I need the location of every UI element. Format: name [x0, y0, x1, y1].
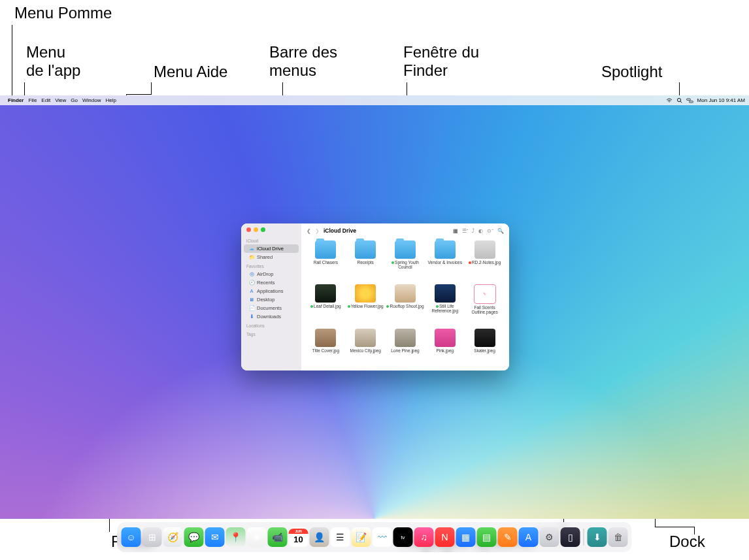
dock-reminders-icon[interactable]: ☰: [331, 527, 350, 547]
file-grid: Rail ChasersReceiptsSpring Youth Council…: [301, 238, 509, 371]
dock-calendar-icon[interactable]: JUN10: [289, 527, 308, 547]
folder-icon: [395, 240, 416, 259]
menu-bar: FinderFileEditViewGoWindowHelp Mon Jun 1…: [0, 95, 749, 105]
sidebar-item-label: Applications: [257, 288, 283, 294]
sidebar-item-label: Documents: [257, 305, 282, 311]
folder-icon: [315, 240, 336, 259]
file-item[interactable]: Spring Youth Council: [386, 240, 425, 282]
finder-main: ❮ ❯ iCloud Drive ▦ ☰ˇ ⤴ ◐ ⊝ˇ 🔍 Rail Chas…: [301, 223, 509, 371]
menu-file[interactable]: File: [28, 97, 37, 103]
dock-pages-icon[interactable]: ✎: [498, 527, 518, 547]
sidebar-item-airdrop[interactable]: ◎AirDrop: [244, 270, 299, 278]
image-thumb-icon: [315, 329, 336, 347]
file-item[interactable]: Vendor & Invoices: [425, 240, 464, 282]
sidebar-item-desktop[interactable]: 🖥Desktop: [244, 295, 299, 304]
spotlight-icon[interactable]: [676, 97, 682, 103]
dock-tv-icon[interactable]: tv: [393, 527, 413, 547]
dock-trash-icon[interactable]: 🗑: [608, 527, 628, 547]
dock-music-icon[interactable]: ♫: [414, 527, 434, 547]
sidebar-item-documents[interactable]: 📄Documents: [244, 304, 299, 312]
airdrop-icon: ◎: [249, 272, 254, 277]
dock-numbers-icon[interactable]: ▤: [477, 527, 497, 547]
file-name: Pink.jpeg: [436, 348, 454, 353]
sidebar-item-shared[interactable]: 📁Shared: [244, 253, 299, 261]
dock-finder-icon[interactable]: ☺: [122, 527, 141, 547]
menu-edit[interactable]: Edit: [41, 97, 50, 103]
file-item[interactable]: Pink.jpeg: [425, 329, 464, 365]
sidebar-item-label: iCloud Drive: [257, 246, 284, 252]
dock-settings-icon[interactable]: ⚙: [540, 527, 559, 547]
file-item[interactable]: Yellow Flower.jpg: [346, 284, 385, 327]
file-item[interactable]: RD.2-Notes.jpg: [465, 240, 504, 282]
file-name: Lone Pine.jpeg: [391, 348, 419, 353]
file-item[interactable]: Rooftop Shoot.jpg: [386, 284, 425, 327]
sidebar-item-downloads[interactable]: ⬇Downloads: [244, 312, 299, 321]
share-button[interactable]: ⤴: [472, 228, 474, 234]
file-item[interactable]: Rail Chasers: [307, 240, 345, 282]
sidebar-item-label: Downloads: [257, 314, 281, 320]
sidebar-item-label: Desktop: [257, 297, 275, 303]
view-icons-button[interactable]: ▦: [453, 228, 458, 234]
sidebar-item-icloud-drive[interactable]: ☁iCloud Drive: [244, 244, 299, 253]
action-button[interactable]: ⊝ˇ: [487, 228, 493, 234]
image-thumb-icon: [435, 284, 456, 303]
dock-notes-icon[interactable]: 📝: [352, 527, 371, 547]
file-item[interactable]: ✎Fall Scents Outline.pages: [465, 284, 504, 327]
dock-keynote-icon[interactable]: ▦: [456, 527, 476, 547]
file-name: Mexico City.jpeg: [350, 348, 381, 353]
zoom-button[interactable]: [261, 227, 265, 232]
file-item[interactable]: Still Life Reference.jpg: [425, 284, 464, 327]
finder-sidebar: iCloud☁iCloud Drive📁SharedFavorites◎AirD…: [241, 223, 301, 371]
minimize-button[interactable]: [254, 227, 258, 232]
sidebar-item-label: Recents: [257, 280, 275, 286]
dock-launchpad-icon[interactable]: ⊞: [142, 527, 162, 547]
dock-photos-icon[interactable]: ❀: [247, 527, 267, 547]
dock-news-icon[interactable]: N: [435, 527, 455, 547]
file-item[interactable]: Receipts: [346, 240, 385, 282]
group-button[interactable]: ☰ˇ: [462, 228, 469, 234]
dock-maps-icon[interactable]: 📍: [226, 527, 246, 547]
menu-finder[interactable]: Finder: [8, 97, 24, 103]
dock-downloads-icon[interactable]: ⬇: [588, 527, 607, 547]
dock-appstore-icon[interactable]: A: [519, 527, 539, 547]
file-item[interactable]: Title Cover.jpg: [307, 329, 345, 365]
dock-mail-icon[interactable]: ✉: [205, 527, 225, 547]
image-thumb-icon: [474, 329, 495, 347]
file-item[interactable]: Skater.jpeg: [465, 329, 504, 365]
shared-icon: 📁: [249, 255, 254, 260]
tag-button[interactable]: ◐: [478, 228, 483, 234]
sidebar-section-tags: Tags: [241, 329, 301, 338]
close-button[interactable]: [246, 227, 251, 232]
file-item[interactable]: Mexico City.jpeg: [346, 329, 385, 365]
menu-window[interactable]: Window: [82, 97, 101, 103]
file-item[interactable]: Lone Pine.jpeg: [386, 329, 425, 365]
sidebar-item-applications[interactable]: AApplications: [244, 287, 299, 295]
file-name: RD.2-Notes.jpg: [469, 260, 501, 265]
dock-iphone-mirroring-icon[interactable]: ▯: [561, 527, 580, 547]
dock-messages-icon[interactable]: 💬: [184, 527, 204, 547]
wifi-icon[interactable]: [666, 98, 673, 103]
callout-menubar: Barre desmenus: [269, 43, 337, 80]
back-button[interactable]: ❮: [307, 228, 311, 234]
sidebar-item-recents[interactable]: 🕘Recents: [244, 278, 299, 287]
dock: ☺⊞🧭💬✉📍❀📹JUN10👤☰📝〰tv♫N▦▤✎A⚙▯⬇🗑: [118, 522, 632, 552]
window-traffic-lights: [241, 227, 301, 236]
menu-view[interactable]: View: [55, 97, 66, 103]
dock-freeform-icon[interactable]: 〰: [373, 527, 392, 547]
file-name: Title Cover.jpg: [312, 348, 339, 353]
forward-button[interactable]: ❯: [315, 228, 320, 234]
menu-go[interactable]: Go: [71, 97, 78, 103]
doc-icon: 📄: [249, 306, 254, 311]
search-button[interactable]: 🔍: [497, 228, 504, 234]
dock-facetime-icon[interactable]: 📹: [268, 527, 288, 547]
finder-toolbar: ❮ ❯ iCloud Drive ▦ ☰ˇ ⤴ ◐ ⊝ˇ 🔍: [301, 223, 509, 238]
menu-help[interactable]: Help: [105, 97, 116, 103]
dock-safari-icon[interactable]: 🧭: [163, 527, 183, 547]
svg-line-1: [680, 101, 682, 103]
file-name: Rooftop Shoot.jpg: [386, 304, 424, 308]
callout-app-menu: Menude l'app: [26, 43, 80, 80]
file-item[interactable]: Leaf Detail.jpg: [307, 284, 345, 327]
dock-contacts-icon[interactable]: 👤: [310, 527, 329, 547]
control-center-icon[interactable]: [686, 98, 693, 103]
menubar-clock[interactable]: Mon Jun 10 9:41 AM: [697, 97, 745, 103]
